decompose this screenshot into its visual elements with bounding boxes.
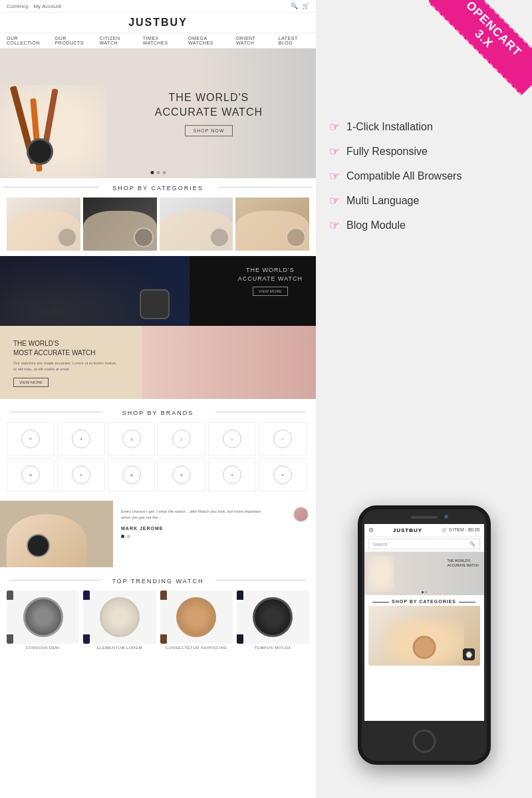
phone-watch-icon: ⌚ [463,648,475,660]
nav-item-citizen[interactable]: CITIZEN WATCH [100,36,135,45]
beige-banner-button[interactable]: VIEW MORE [13,378,49,387]
category-item-2[interactable] [83,198,157,251]
brand-logo-7: ⊕ [21,466,40,484]
trending-item-2[interactable]: ELEMENTUM LOREM [83,591,156,650]
phone-hero-watch [368,555,394,592]
nav-item-blog[interactable]: LATEST BLOG [279,36,309,45]
brands-title: SHOP BY BRANDS [7,403,309,420]
phone-outer: ⚙ JUSTBUY 🛒 0 ITEM - $0.00 Search 🔍 [358,505,491,765]
feature-icon-1: ☞ [329,120,340,134]
feature-label-3: Compatible All Browsers [346,170,462,182]
topbar-right: 🔍 🛒 [291,3,309,9]
strap-top-2 [83,591,90,600]
phone-search-input[interactable]: Search 🔍 [368,539,480,549]
feature-icon-4: ☞ [329,194,340,208]
nav-item-timex[interactable]: TIMEX WATCHES [143,36,180,45]
dot-3[interactable] [162,171,166,174]
brand-item[interactable]: ✧ [259,422,307,456]
phone-hero: THE WORLD'S ACCURATE WATCH [364,552,484,595]
categories-grid [0,195,316,253]
trending-watch-img-2 [83,591,156,644]
brands-grid: H ✦ ◎ △ ◇ ✧ ⊕ ✦ ◈ ⊛ ✦ ✦ [7,420,309,494]
feature-label-1: 1-Click Installation [346,121,433,133]
trending-label-4: TEMPUS MOCHA [237,646,309,650]
dark-banner-heading: THE WORLD'S ACCURATE WATCH [238,266,303,283]
brand-item[interactable]: ⊕ [7,458,55,491]
hero-dots [150,171,166,174]
brand-item[interactable]: ◇ [208,422,256,456]
hero-heading: THE WORLD'S ACCURATE WATCH [155,90,263,120]
testimonial-content: Every chance I get, I wear the watch ...… [113,501,316,567]
trending-title: TOP TRENDING WATCH [7,571,309,588]
hero-shop-button[interactable]: SHOP NOW [185,125,233,136]
hero-text: THE WORLD'S ACCURATE WATCH SHOP NOW [155,90,263,137]
trending-label-2: ELEMENTUM LOREM [83,646,156,650]
phone-screen: ⚙ JUSTBUY 🛒 0 ITEM - $0.00 Search 🔍 [364,524,484,721]
feature-item-3: ☞ Compatible All Browsers [329,169,519,184]
strap-bot-4 [237,634,243,644]
strap-top-4 [237,591,243,600]
dark-banner-button[interactable]: VIEW MORE [253,287,288,296]
dark-banner: THE WORLD'S ACCURATE WATCH VIEW MORE [0,256,316,326]
trending-label-3: CONSECTETUR ADIPISCING [160,646,233,650]
trending-item-4[interactable]: TEMPUS MOCHA [237,591,309,650]
brand-item[interactable]: ⊛ [158,458,205,491]
category-item-4[interactable] [235,198,309,251]
phone-topbar: ⚙ JUSTBUY 🛒 0 ITEM - $0.00 [364,524,484,537]
website-preview: Currency My Account 🔍 🛒 JUSTBUY OUR COLL… [0,0,316,798]
nav-item-omega[interactable]: OMEGA WATCHES [188,36,228,45]
watch-face-4 [253,597,293,637]
trending-item-1[interactable]: CORDOVA DEM. [7,591,79,650]
brand-item[interactable]: ✦ [259,458,307,491]
feature-label-4: Multi Language [346,195,419,207]
strap-bot-2 [83,634,90,644]
phone-cat-image: ⌚ [368,606,480,666]
brand-item[interactable]: △ [158,422,205,456]
phone-home-button [412,730,436,753]
brand-logo-1: H [21,430,40,448]
hero-watch-face [27,138,53,165]
cart-icon[interactable]: 🛒 [302,3,309,9]
brand-item[interactable]: ✦ [57,422,105,456]
brand-item[interactable]: ✦ [208,458,256,491]
phone-logo: JUSTBUY [393,527,422,533]
cart-icon-phone: 🛒 [442,527,448,532]
testi-dot-1[interactable] [121,535,124,538]
beige-banner-image [142,326,316,399]
dot-1[interactable] [150,171,154,174]
brand-logo-3: ◎ [122,430,141,448]
brand-item[interactable]: ✦ [57,458,105,491]
nav-item-products[interactable]: OUR PRODUCTS [55,36,92,45]
feature-item-2: ☞ Fully Responsive [329,144,519,159]
category-item-1[interactable] [7,198,80,251]
brand-item[interactable]: H [7,422,55,456]
search-icon[interactable]: 🔍 [291,3,298,9]
site-logo: JUSTBUY [0,13,316,33]
trending-item-3[interactable]: CONSECTETUR ADIPISCING [160,591,233,650]
dark-banner-image [0,256,190,326]
beige-banner-description: Our watches are made accurate. Lorem ut … [13,360,120,372]
phone-speaker [411,516,438,519]
phone-cat-watch [412,636,436,659]
opencart-ribbon: OPENCART 3.X [429,0,532,96]
dot-2[interactable] [156,171,160,174]
brand-item[interactable]: ◈ [108,458,156,491]
category-item-3[interactable] [160,198,233,251]
account-link[interactable]: My Account [33,3,61,9]
trending-watch-img-4 [237,591,309,644]
testi-dot-2[interactable] [127,535,130,538]
feature-item-4: ☞ Multi Language [329,194,519,208]
brand-item[interactable]: ◎ [108,422,156,456]
cat-watch-4 [286,227,306,247]
testimonial-dots [121,535,308,538]
testimonial-author: MARK JEROME [121,526,308,531]
feature-icon-2: ☞ [329,144,340,159]
hero-section: THE WORLD'S ACCURATE WATCH SHOP NOW [0,49,316,178]
watch-face-1 [23,597,63,637]
strap-bot-1 [7,634,13,644]
feature-label-2: Fully Responsive [346,146,428,158]
currency-link[interactable]: Currency [7,3,28,9]
nav-item-orient[interactable]: ORIENT WATCH [236,36,271,45]
nav-item-collection[interactable]: OUR COLLECTION [7,36,47,45]
cat-watch-2 [134,227,154,247]
